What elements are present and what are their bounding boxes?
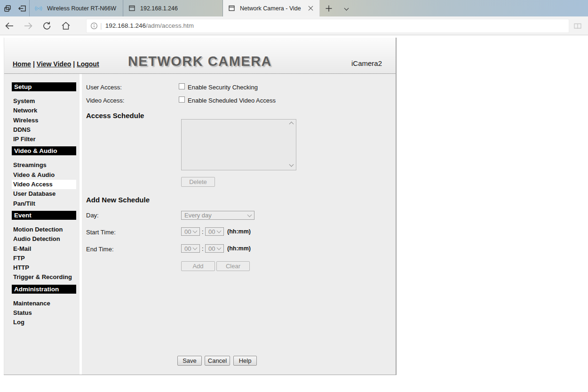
clear-button[interactable]: Clear — [216, 261, 250, 271]
schedule-listbox[interactable] — [181, 119, 296, 170]
sidebar-item-user-database[interactable]: User Database — [12, 189, 76, 199]
tab-network-camera[interactable]: Network Camera - Vide — [223, 0, 320, 16]
tab-title: Network Camera - Vide — [240, 5, 302, 12]
reading-view-icon — [573, 21, 582, 31]
sidebar-item-log[interactable]: Log — [12, 318, 76, 327]
hhmm-hint: (hh:mm) — [227, 228, 251, 235]
help-button[interactable]: Help — [233, 356, 257, 366]
home-icon — [61, 21, 71, 31]
sidebar-item-audio-detection[interactable]: Audio Detection — [12, 234, 76, 244]
chevron-down-icon — [344, 6, 349, 11]
page-icon — [228, 4, 236, 12]
end-minute-select[interactable]: 00 — [205, 244, 224, 253]
sidebar-item-network[interactable]: Network — [12, 106, 76, 115]
wifi-icon — [34, 4, 43, 13]
sidebar-header-setup: Setup — [12, 82, 76, 91]
select-arrow-icon — [193, 246, 198, 250]
close-icon — [308, 6, 313, 11]
address-separator: | — [100, 22, 102, 30]
refresh-button[interactable] — [38, 16, 56, 35]
sidebar-item-wireless[interactable]: Wireless — [12, 116, 76, 125]
reading-view-button[interactable] — [573, 21, 582, 31]
start-hour-select[interactable]: 00 — [181, 227, 200, 236]
sidebar-item-http[interactable]: HTTP — [12, 263, 76, 272]
sidebar-item-pan-tilt[interactable]: Pan/Tilt — [12, 199, 76, 208]
url-path: /adm/access.htm — [146, 22, 194, 29]
tab-title: 192.168.1.246 — [140, 5, 218, 12]
end-hour-select[interactable]: 00 — [181, 244, 200, 253]
scroll-up-icon[interactable] — [289, 122, 294, 127]
restore-tabs-icon — [17, 4, 27, 13]
cancel-button[interactable]: Cancel — [205, 356, 230, 366]
save-button[interactable]: Save — [177, 356, 202, 366]
site-info-icon[interactable] — [90, 22, 98, 30]
address-bar[interactable]: | 192.168.1.246/adm/access.htm — [86, 19, 569, 33]
select-arrow-icon — [217, 229, 222, 233]
page-header: Home|View Video|Logout NETWORK CAMERA iC… — [4, 38, 396, 74]
enable-scheduled-label: Enable Scheduled Video Access — [188, 97, 276, 104]
refresh-icon — [42, 21, 52, 31]
sidebar-item-video-access[interactable]: Video Access — [12, 180, 76, 189]
access-schedule-heading: Access Schedule — [86, 112, 144, 120]
sidebar-header-video-audio: Video & Audio — [12, 146, 76, 155]
tab-bar: Wireless Router RT-N66W - 192.168.1.246 … — [0, 0, 588, 16]
time-colon: : — [202, 245, 204, 252]
sidebar-item-email[interactable]: E-Mail — [12, 244, 76, 254]
set-aside-tabs-button[interactable] — [0, 0, 15, 16]
add-button[interactable]: Add — [181, 261, 215, 271]
end-hour-value: 00 — [184, 245, 191, 252]
video-access-form: User Access: Enable Security Checking Vi… — [82, 74, 396, 375]
sidebar-item-maintenance[interactable]: Maintenance — [12, 299, 76, 308]
sidebar-section-setup: Setup System Network Wireless DDNS IP Fi… — [4, 82, 79, 144]
browser-viewport: Home|View Video|Logout NETWORK CAMERA iC… — [0, 35, 588, 392]
start-hour-value: 00 — [184, 228, 191, 235]
add-new-schedule-heading: Add New Schedule — [86, 196, 150, 204]
enable-scheduled-checkbox[interactable] — [179, 96, 185, 103]
forward-button[interactable] — [19, 16, 38, 35]
enable-security-checkbox[interactable] — [179, 83, 185, 89]
tab-menu-button[interactable] — [338, 0, 355, 16]
sidebar-item-ftp[interactable]: FTP — [12, 254, 76, 263]
tab-wireless-router[interactable]: Wireless Router RT-N66W - — [29, 0, 123, 16]
hhmm-hint: (hh:mm) — [227, 245, 251, 252]
url-host: 192.168.1.246 — [105, 22, 146, 29]
sidebar-item-motion-detection[interactable]: Motion Detection — [12, 225, 76, 234]
select-arrow-icon — [217, 246, 222, 250]
time-colon: : — [202, 228, 204, 235]
set-aside-tabs-icon — [3, 4, 12, 13]
delete-button[interactable]: Delete — [181, 177, 215, 187]
back-button[interactable] — [0, 16, 19, 35]
user-access-label: User Access: — [86, 84, 122, 91]
tab-router-ip[interactable]: 192.168.1.246 — [123, 0, 223, 16]
brand-title: NETWORK CAMERA — [4, 54, 396, 69]
start-minute-value: 00 — [208, 228, 215, 235]
sidebar-item-system[interactable]: System — [12, 96, 76, 106]
day-select[interactable]: Every day — [181, 211, 254, 220]
sidebar-item-ddns[interactable]: DDNS — [12, 125, 76, 135]
sidebar-header-event: Event — [12, 211, 76, 220]
camera-admin-page: Home|View Video|Logout NETWORK CAMERA iC… — [4, 38, 397, 375]
select-arrow-icon — [193, 229, 198, 233]
sidebar-header-administration: Administration — [12, 285, 76, 294]
sidebar-section-administration: Administration Maintenance Status Log — [4, 285, 79, 328]
sidebar-item-ip-filter[interactable]: IP Filter — [12, 135, 76, 144]
new-tab-button[interactable] — [320, 0, 338, 16]
select-arrow-icon — [247, 212, 252, 217]
scroll-down-icon[interactable] — [289, 162, 294, 167]
sidebar-item-trigger-recording[interactable]: Trigger & Recording — [12, 272, 76, 282]
home-button[interactable] — [56, 16, 75, 35]
plus-icon — [325, 5, 333, 12]
sidebar: Setup System Network Wireless DDNS IP Fi… — [4, 74, 79, 375]
end-time-label: End Time: — [86, 246, 114, 253]
navigation-bar: | 192.168.1.246/adm/access.htm — [0, 16, 588, 35]
tab-title: Wireless Router RT-N66W - — [47, 5, 118, 12]
restore-tabs-button[interactable] — [15, 0, 29, 16]
sidebar-item-status[interactable]: Status — [12, 308, 76, 318]
end-minute-value: 00 — [208, 245, 215, 252]
video-access-label: Video Access: — [86, 97, 124, 104]
start-minute-select[interactable]: 00 — [205, 227, 224, 236]
sidebar-item-video-audio[interactable]: Video & Audio — [12, 170, 76, 180]
close-tab-button[interactable] — [306, 4, 315, 13]
brand-model: iCamera2 — [351, 59, 382, 67]
sidebar-item-streamings[interactable]: Streamings — [12, 160, 76, 170]
